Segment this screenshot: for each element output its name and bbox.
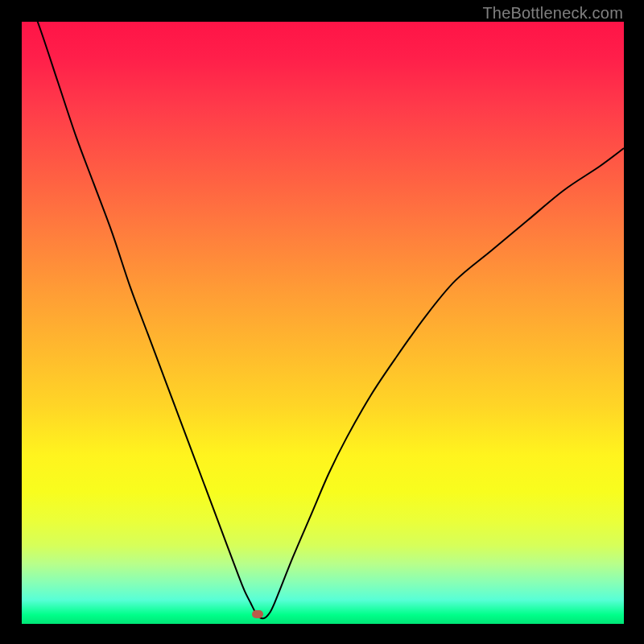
chart-frame: TheBottleneck.com <box>0 0 644 644</box>
plot-area <box>22 22 624 624</box>
attribution-label: TheBottleneck.com <box>482 4 623 23</box>
minimum-marker <box>252 610 263 618</box>
curve-path <box>22 22 624 618</box>
curve-layer <box>22 22 624 624</box>
